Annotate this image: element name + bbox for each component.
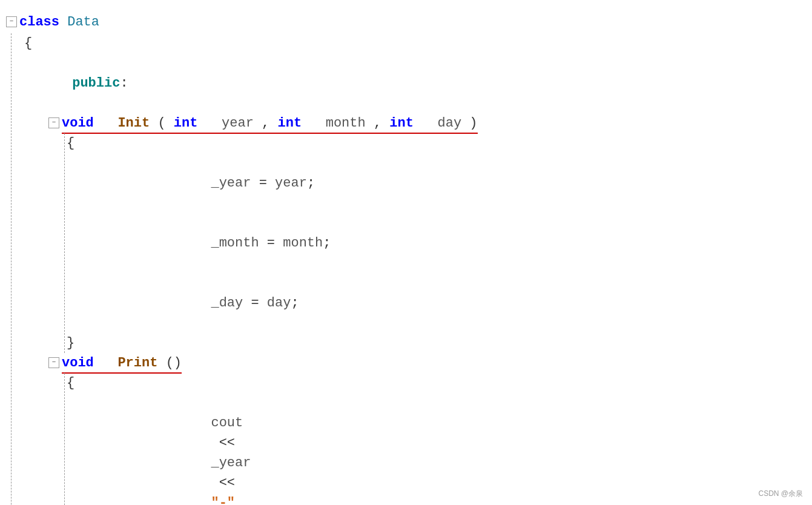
int-month-kw: int [277, 116, 302, 131]
outer-block: { public: − void Init ( int year , int m… [6, 33, 800, 505]
class-line: − class Data [6, 12, 800, 32]
init-close-brace: } [67, 333, 800, 353]
void-keyword-print: void [62, 355, 94, 371]
watermark: CSDN @余泉 [758, 488, 803, 499]
collapse-init-btn[interactable]: − [48, 117, 59, 128]
init-statements: _year = year; _month = month; _day = day… [67, 153, 800, 333]
init-body-content: { _year = year; _month = month; _day = d… [48, 133, 800, 353]
init-open-brace: { [67, 133, 800, 153]
class-name: Data [67, 12, 99, 32]
month-param: month [326, 116, 366, 131]
init-fn-line: − void Init ( int year , int month , int… [48, 113, 800, 133]
outer-vline [11, 33, 12, 505]
init-vline [64, 133, 65, 353]
day-param: day [438, 116, 462, 131]
print-statements: cout << _year << "-" << _month << "-" <<… [67, 393, 800, 505]
cout-line: cout << _year << "-" << _month << "-" <<… [115, 393, 800, 505]
class-keyword: class [19, 12, 59, 32]
print-vline [64, 373, 65, 505]
day-assign: _day = day; [115, 273, 800, 333]
year-assign: _year = year; [115, 153, 800, 213]
year-param: year [222, 116, 254, 131]
init-body: { _year = year; _month = month; _day = d… [48, 133, 800, 353]
print-body-content: { cout << _year << "-" << _month << "-" … [48, 373, 800, 505]
collapse-class-btn[interactable]: − [6, 16, 17, 27]
print-open-brace: { [67, 373, 800, 393]
int-day-kw: int [389, 116, 414, 131]
print-fn-name: Print [117, 355, 157, 371]
collapse-print-btn[interactable]: − [48, 357, 59, 368]
print-body: { cout << _year << "-" << _month << "-" … [48, 373, 800, 505]
void-keyword-init: void [62, 116, 94, 131]
public-label: public: [24, 53, 800, 113]
open-brace-outer: { [24, 33, 800, 53]
print-fn-line: − void Print () [48, 353, 800, 373]
init-open-paren: ( [157, 116, 165, 131]
code-container: − class Data { public: − void Init ( int… [6, 12, 800, 505]
int-year-kw: int [174, 116, 198, 131]
month-assign: _month = month; [115, 213, 800, 273]
init-fn-name: Init [117, 116, 150, 131]
